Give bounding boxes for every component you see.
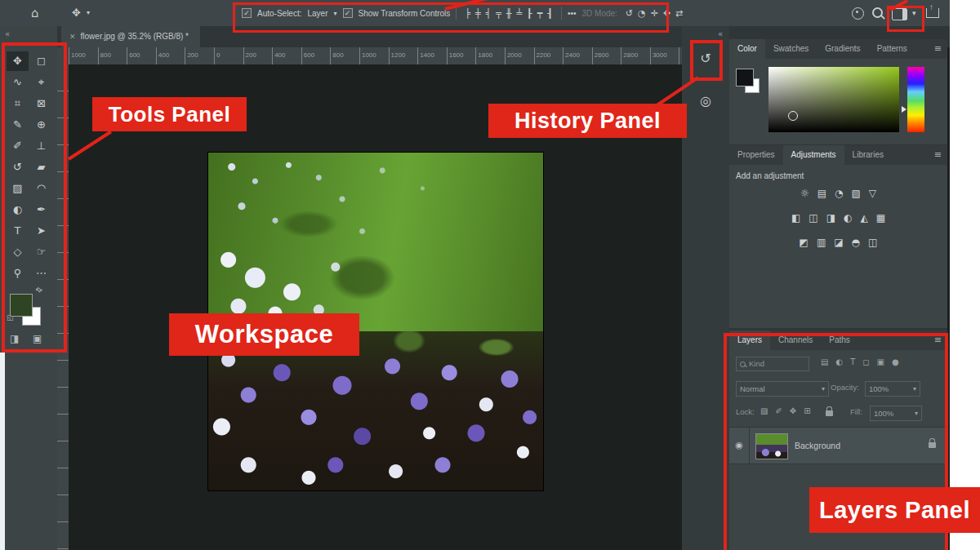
lock-transparent-icon[interactable]: ▨ — [760, 406, 768, 415]
frame-tool[interactable]: ⊠ — [30, 94, 52, 113]
lasso-tool[interactable]: ∿ — [7, 73, 29, 92]
filter-smart-object-icon[interactable]: ▣ — [877, 357, 884, 366]
tab-patterns[interactable]: Patterns — [869, 39, 915, 59]
blend-mode-select[interactable]: Normal ▾ — [736, 381, 829, 397]
align-right-icon[interactable]: ╡ — [486, 8, 492, 19]
tab-swatches[interactable]: Swatches — [765, 39, 817, 59]
color-lookup-icon[interactable]: ▦ — [876, 212, 885, 224]
chevron-down-icon[interactable]: ▾ — [334, 10, 337, 17]
distribute-spacing-icon[interactable]: ┨ — [547, 8, 553, 19]
brightness-contrast-icon[interactable]: ☼ — [800, 188, 809, 199]
3d-pan-icon[interactable]: ✛ — [651, 8, 658, 19]
eyedropper-tool[interactable]: ✎ — [7, 115, 29, 135]
object-selection-tool[interactable]: ⌖ — [30, 73, 52, 92]
swap-colors-icon[interactable]: ⇄ — [34, 285, 44, 295]
3d-roll-icon[interactable]: ◔ — [638, 8, 646, 19]
color-picker-cursor[interactable] — [788, 111, 798, 121]
lock-artboard-icon[interactable]: ⊞ — [804, 406, 810, 415]
selective-color-icon[interactable]: ◫ — [868, 237, 877, 248]
distribute-h-icon[interactable]: ┠ — [527, 8, 532, 19]
3d-orbit-icon[interactable]: ↺ — [626, 8, 633, 19]
color-field[interactable] — [768, 67, 899, 132]
close-icon[interactable]: ✕ — [69, 33, 76, 41]
panel-menu-icon[interactable]: ≡ — [934, 145, 942, 165]
photo-filter-icon[interactable]: ◐ — [844, 212, 852, 224]
shape-tool[interactable]: ◇ — [7, 242, 29, 262]
home-icon[interactable]: ⌂ — [31, 0, 39, 26]
channel-mixer-icon[interactable]: ◭ — [860, 212, 867, 224]
tab-layers[interactable]: Layers — [729, 330, 770, 350]
share-icon[interactable] — [926, 8, 939, 18]
move-tool-options-icon[interactable]: ✥ — [72, 0, 81, 26]
brush-tool[interactable]: ✐ — [7, 136, 29, 156]
panel-menu-icon[interactable]: ≡ — [934, 39, 942, 59]
hand-tool[interactable]: ☞ — [30, 242, 52, 262]
healing-brush-tool[interactable]: ⊕ — [30, 115, 52, 135]
filter-adjustment-icon[interactable]: ◐ — [835, 357, 843, 366]
tab-color[interactable]: Color — [729, 39, 765, 59]
crop-tool[interactable]: ⌗ — [7, 94, 29, 113]
threshold-icon[interactable]: ◪ — [834, 237, 843, 248]
layer-filter-kind-box[interactable]: Kind — [736, 357, 809, 371]
pen-tool[interactable]: ✒ — [30, 200, 52, 220]
align-left-icon[interactable]: ╞ — [465, 8, 470, 19]
clone-stamp-tool[interactable]: ⊥ — [30, 136, 52, 156]
curves-icon[interactable]: ◔ — [835, 188, 843, 199]
tab-channels[interactable]: Channels — [770, 330, 821, 350]
color-balance-icon[interactable]: ◫ — [808, 212, 817, 224]
dodge-tool[interactable]: ◐ — [7, 200, 29, 220]
gradient-tool[interactable]: ▨ — [7, 179, 29, 198]
type-tool[interactable]: T — [7, 221, 29, 241]
filter-type-icon[interactable]: T — [850, 357, 855, 366]
gradient-map-icon[interactable]: ◓ — [852, 237, 860, 248]
search-icon[interactable] — [872, 7, 883, 18]
hue-saturation-icon[interactable]: ◧ — [791, 212, 800, 224]
collapse-panel-icon[interactable]: « — [5, 29, 10, 38]
hue-slider[interactable] — [907, 67, 924, 132]
tab-libraries[interactable]: Libraries — [844, 145, 892, 165]
distribute-v-icon[interactable]: ┯ — [537, 8, 543, 19]
layer-thumbnail[interactable] — [755, 433, 788, 459]
exposure-icon[interactable]: ▧ — [852, 188, 861, 199]
chevron-down-icon[interactable]: ▾ — [912, 0, 916, 26]
screen-mode-icon[interactable]: ▣ — [33, 333, 42, 344]
invert-icon[interactable]: ◩ — [800, 237, 808, 248]
3d-slide-icon[interactable]: ✥ — [663, 8, 670, 19]
tab-properties[interactable]: Properties — [729, 145, 783, 165]
lock-all-icon[interactable] — [826, 410, 833, 416]
account-icon[interactable] — [852, 7, 864, 20]
move-tool[interactable]: ✥ — [7, 51, 29, 71]
layer-row-background[interactable]: ◉ Background — [729, 427, 947, 464]
tab-paths[interactable]: Paths — [821, 330, 858, 350]
opacity-input[interactable]: 100% ▾ — [865, 381, 920, 397]
edit-toolbar-icon[interactable]: ⋯ — [30, 264, 52, 283]
align-top-icon[interactable]: ╤ — [496, 8, 501, 19]
layer-visibility-eye-icon[interactable]: ◉ — [729, 428, 750, 464]
tab-gradients[interactable]: Gradients — [817, 39, 868, 59]
show-transform-checkbox[interactable]: ✓ — [343, 8, 353, 18]
align-center-h-icon[interactable]: ╪ — [475, 8, 481, 19]
blur-tool[interactable]: ◠ — [30, 179, 52, 198]
fill-input[interactable]: 100% ▾ — [870, 406, 922, 421]
lock-pixels-icon[interactable]: ✐ — [775, 406, 782, 415]
comments-panel-icon[interactable]: ◎ — [694, 90, 717, 113]
vibrance-icon[interactable]: ▽ — [869, 188, 876, 199]
path-select-tool[interactable]: ➤ — [30, 221, 52, 241]
more-options-icon[interactable]: ••• — [568, 9, 577, 18]
filter-toggle-icon[interactable]: ● — [892, 357, 899, 366]
workspace-switcher-icon[interactable] — [892, 8, 907, 20]
auto-select-value[interactable]: Layer — [307, 9, 327, 18]
levels-icon[interactable]: ▤ — [817, 188, 826, 199]
history-panel-icon[interactable]: ↺ — [694, 47, 717, 70]
expand-dock-icon[interactable]: « — [718, 29, 723, 38]
foreground-color-swatch[interactable] — [10, 294, 33, 317]
zoom-tool[interactable]: ⚲ — [7, 264, 29, 283]
filter-pixel-icon[interactable]: ▤ — [821, 357, 828, 366]
align-middle-icon[interactable]: ╫ — [506, 8, 512, 19]
history-brush-tool[interactable]: ↺ — [7, 157, 29, 177]
color-foreground-swatch[interactable] — [736, 69, 754, 86]
auto-select-checkbox[interactable]: ✓ — [242, 8, 252, 18]
document-tab[interactable]: ✕flower.jpg @ 35.2% (RGB/8) * — [61, 26, 200, 47]
tab-adjustments[interactable]: Adjustments — [783, 145, 844, 165]
eraser-tool[interactable]: ▰ — [30, 157, 52, 177]
